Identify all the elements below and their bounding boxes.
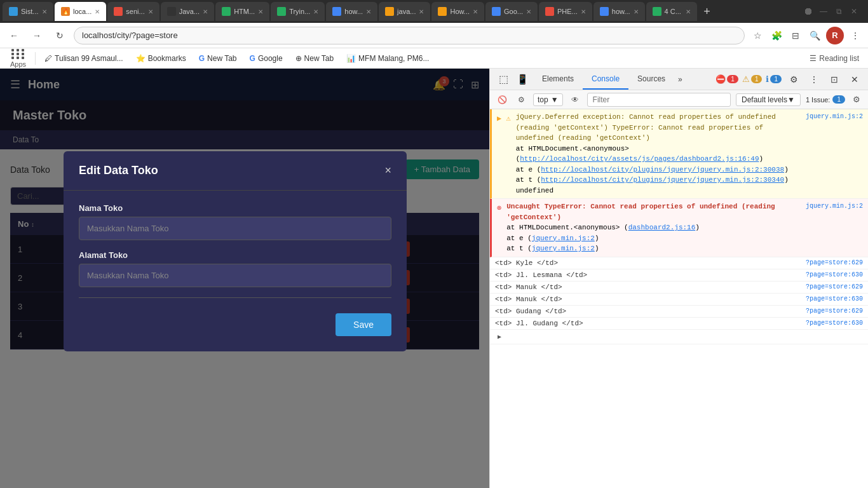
tab-close[interactable]: ✕ bbox=[473, 8, 478, 15]
tab-html[interactable]: HTM... ✕ bbox=[215, 2, 269, 21]
tab-console[interactable]: Console bbox=[583, 69, 628, 90]
tab-how3[interactable]: how... ✕ bbox=[593, 2, 645, 21]
new-tab-button[interactable]: + bbox=[698, 3, 716, 20]
devtools-settings-icon[interactable]: ⚙ bbox=[785, 71, 802, 88]
tab-close[interactable]: ✕ bbox=[526, 8, 531, 15]
more-tabs-button[interactable]: » bbox=[674, 75, 686, 84]
search-icon[interactable]: 🔍 bbox=[807, 28, 822, 43]
bookmark-mfm[interactable]: 📊 MFM Malang, PM6... bbox=[341, 53, 434, 64]
warning-badge[interactable]: ⚠ 1 bbox=[742, 74, 763, 84]
console-settings-icon[interactable]: ⚙ bbox=[514, 93, 528, 107]
filter-input[interactable] bbox=[587, 93, 731, 107]
bookmark-star-icon[interactable]: ☆ bbox=[750, 28, 765, 43]
bookmark-separator bbox=[35, 52, 36, 65]
bookmark-newtab-2[interactable]: ⊕ New Tab bbox=[290, 53, 339, 64]
menu-icon[interactable]: ⋮ bbox=[848, 28, 863, 43]
tab-loca[interactable]: 🔥 loca... ✕ bbox=[55, 2, 106, 21]
dashboard-link-2[interactable]: dashboard2.js:16 bbox=[628, 224, 696, 231]
clear-console-icon[interactable]: 🚫 bbox=[495, 93, 509, 107]
tab-phe[interactable]: PHE... ✕ bbox=[539, 2, 592, 21]
error-source-link[interactable]: jquery.min.js:2 bbox=[801, 201, 863, 211]
default-levels-select[interactable]: Default levels ▼ bbox=[736, 93, 801, 106]
apps-button[interactable]: Tulisan 99 Asmaul... Apps bbox=[5, 48, 31, 69]
expand-arrow-icon[interactable]: ▶ bbox=[495, 332, 504, 342]
minimize-button[interactable]: — bbox=[817, 5, 830, 18]
profile-avatar[interactable]: R bbox=[826, 27, 844, 44]
tab-how1[interactable]: how... ✕ bbox=[326, 2, 377, 21]
tab-close[interactable]: ✕ bbox=[148, 8, 153, 15]
tab-tryin[interactable]: Tryin... ✕ bbox=[271, 2, 325, 21]
tab-close[interactable]: ✕ bbox=[95, 8, 100, 15]
tab-sist[interactable]: Sist... ✕ bbox=[3, 2, 53, 21]
jquery-link-1[interactable]: http://localhost/city/plugins/jquery/jqu… bbox=[541, 166, 784, 173]
inspect-element-icon[interactable]: ⬚ bbox=[495, 71, 512, 88]
tab-4c[interactable]: 4 C... ✕ bbox=[646, 2, 697, 21]
info-badge[interactable]: ℹ 1 bbox=[766, 74, 782, 84]
tab-close[interactable]: ✕ bbox=[313, 8, 318, 15]
back-button[interactable]: ← bbox=[5, 27, 23, 44]
dashboard-link-1[interactable]: http://localhost/city/assets/js/pages/da… bbox=[520, 155, 759, 163]
error-badge[interactable]: ⛔ 1 bbox=[715, 74, 738, 84]
bookmark-tulisan[interactable]: 🖊 Tulisan 99 Asmaul... bbox=[39, 53, 128, 64]
save-button[interactable]: Save bbox=[336, 313, 391, 336]
tab-close[interactable]: ✕ bbox=[42, 8, 47, 15]
modal-footer: Save bbox=[79, 313, 391, 336]
url-input[interactable]: localhost/city/?page=store bbox=[74, 27, 745, 44]
forward-button[interactable]: → bbox=[28, 27, 46, 44]
tab-jav2[interactable]: java... ✕ bbox=[379, 2, 430, 21]
tab-seni[interactable]: seni... ✕ bbox=[107, 2, 159, 21]
devtools-more-icon[interactable]: ⋮ bbox=[806, 71, 822, 88]
close-button[interactable]: ✕ bbox=[848, 5, 860, 18]
tab-sources[interactable]: Sources bbox=[628, 69, 674, 90]
tab-close[interactable]: ✕ bbox=[581, 8, 586, 15]
jquery-link-3[interactable]: jquery.min.js:2 bbox=[532, 234, 595, 242]
devtools-status-icons: ⛔ 1 ⚠ 1 ℹ 1 ⚙ ⋮ ⊡ ✕ bbox=[715, 71, 863, 88]
tab-close[interactable]: ✕ bbox=[366, 8, 371, 15]
tab-favicon bbox=[222, 7, 231, 16]
row-source-link[interactable]: ?page=store:629 bbox=[806, 283, 863, 290]
record-button[interactable]: ⏺ bbox=[802, 5, 815, 18]
tab-close[interactable]: ✕ bbox=[258, 8, 263, 15]
warning-source-link[interactable]: jquery.min.js:2 bbox=[801, 112, 863, 121]
console-gear-icon[interactable]: ⚙ bbox=[850, 93, 863, 106]
devtools-panel: ⬚ 📱 Elements Console Sources » ⛔ 1 ⚠ 1 bbox=[489, 69, 868, 488]
tab-favicon bbox=[385, 7, 394, 16]
jquery-link-4[interactable]: jquery.min.js:2 bbox=[532, 245, 595, 252]
tab-close[interactable]: ✕ bbox=[634, 8, 639, 15]
bookmark-newtab-g[interactable]: G New Tab bbox=[194, 53, 242, 64]
tab-close[interactable]: ✕ bbox=[203, 8, 208, 15]
alamat-toko-input[interactable] bbox=[79, 264, 391, 287]
tab-search-icon[interactable]: ⊟ bbox=[788, 28, 803, 43]
extensions-icon[interactable]: 🧩 bbox=[769, 28, 784, 43]
tab-goo[interactable]: Goo... ✕ bbox=[485, 2, 538, 21]
tab-how2[interactable]: How... ✕ bbox=[431, 2, 484, 21]
tab-close[interactable]: ✕ bbox=[419, 8, 424, 15]
console-messages: ▶ ⚠ jQuery.Deferred exception: Cannot re… bbox=[490, 109, 868, 488]
google-icon-1: G bbox=[199, 54, 205, 63]
nama-toko-input[interactable] bbox=[79, 217, 391, 240]
row-source-link[interactable]: ?page=store:630 bbox=[806, 271, 863, 278]
dock-icon[interactable]: ⊡ bbox=[826, 71, 843, 88]
tab-java[interactable]: Java... ✕ bbox=[161, 2, 214, 21]
restore-button[interactable]: ⧉ bbox=[832, 5, 845, 18]
close-devtools-icon[interactable]: ✕ bbox=[846, 71, 863, 88]
issues-badge[interactable]: 1 Issue: 1 bbox=[806, 95, 845, 104]
row-source-link[interactable]: ?page=store:630 bbox=[806, 295, 863, 302]
console-table-row: <td> Kyle </td> ?page=store:629 bbox=[490, 257, 868, 269]
tab-close[interactable]: ✕ bbox=[686, 8, 691, 15]
row-source-link[interactable]: ?page=store:630 bbox=[806, 320, 863, 327]
row-source-link[interactable]: ?page=store:629 bbox=[806, 259, 863, 266]
context-selector[interactable]: top ▼ bbox=[533, 93, 563, 106]
row-source-link[interactable]: ?page=store:629 bbox=[806, 308, 863, 315]
jquery-link-2[interactable]: http://localhost/city/plugins/jquery/jqu… bbox=[541, 176, 784, 184]
bookmark-google[interactable]: G Google bbox=[245, 53, 288, 64]
modal-close-button[interactable]: × bbox=[384, 164, 391, 177]
device-toolbar-icon[interactable]: 📱 bbox=[514, 71, 531, 88]
modal-divider bbox=[64, 190, 407, 191]
tab-elements[interactable]: Elements bbox=[533, 69, 583, 90]
eye-icon[interactable]: 👁 bbox=[568, 93, 582, 107]
reading-list-button[interactable]: ☰ Reading list bbox=[806, 53, 863, 64]
tab-favicon bbox=[9, 7, 18, 16]
reload-button[interactable]: ↻ bbox=[51, 27, 69, 44]
bookmark-bookmarks[interactable]: ⭐ Bookmarks bbox=[131, 53, 191, 64]
